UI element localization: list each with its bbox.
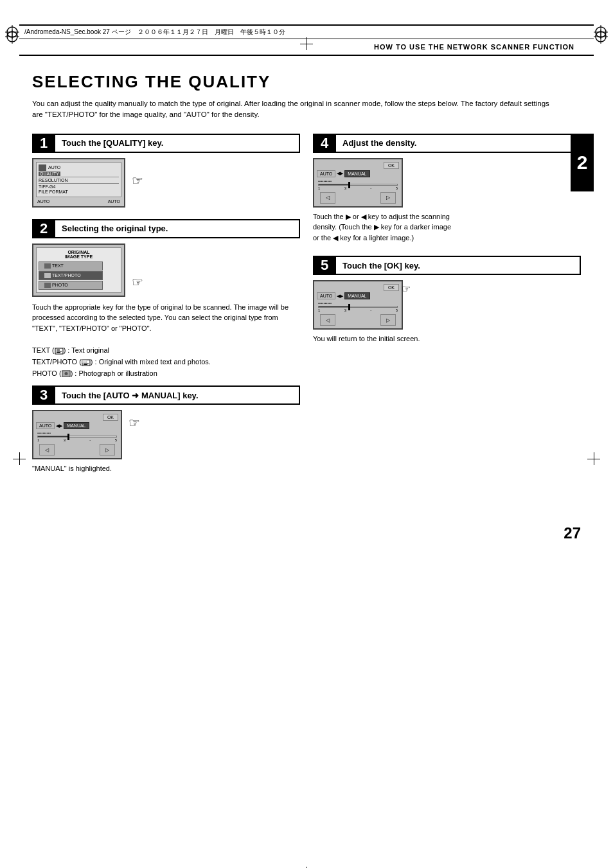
- page-number: 27: [0, 524, 613, 555]
- page-wrapper: /Andromeda-NS_Sec.book 27 ページ ２００６年１１月２７…: [0, 24, 613, 868]
- step5-density-track: [318, 306, 398, 308]
- step4-ok-btn[interactable]: OK: [384, 162, 399, 169]
- note-line3: PHOTO () : Photograph or illustration: [32, 368, 300, 380]
- top-bar-filename: /Andromeda-NS_Sec.book 27 ページ ２００６年１１月２７…: [24, 28, 285, 37]
- step3-ok-btn[interactable]: OK: [103, 414, 118, 421]
- main-content: SELECTING THE QUALITY You can adjust the…: [0, 56, 613, 499]
- step-2-number: 2: [32, 219, 55, 238]
- step3-auto-btn[interactable]: AUTO: [36, 422, 55, 429]
- step-5-number: 5: [313, 256, 336, 275]
- step-1-screen: AUTO QUALITY RESOLUTION: [36, 162, 121, 197]
- reg-mark-right-bar: [594, 25, 608, 39]
- step4-lighter-btn[interactable]: ◁: [320, 192, 335, 204]
- step-2-ui-mockup: ORIGINALIMAGE TYPE TEXT TEXT/PHOTO: [32, 244, 125, 297]
- step-3-header: 3 Touch the [AUTO ➜ MANUAL] key.: [32, 385, 300, 405]
- step5-ok-btn[interactable]: OK: [384, 284, 399, 291]
- step-2-title: Selecting the original type.: [55, 219, 300, 238]
- step-3-title: Touch the [AUTO ➜ MANUAL] key.: [55, 385, 300, 405]
- step-4-description: Touch the ▶ or ◀ key to adjust the scann…: [313, 211, 454, 244]
- step3-darker-btn[interactable]: ▷: [100, 444, 115, 456]
- step-1-ui-mockup: AUTO QUALITY RESOLUTION: [32, 158, 125, 208]
- step-4-block: 4 Adjust the density. OK AUTO ◀▶: [313, 134, 581, 244]
- step-5-description: You will return to the initial screen.: [313, 333, 454, 344]
- step-2-content: ORIGINALIMAGE TYPE TEXT TEXT/PHOTO: [32, 244, 300, 297]
- step-3-content: OK AUTO ◀▶ MANUAL ••••••••••: [32, 410, 300, 459]
- svg-point-28: [64, 372, 67, 375]
- col-right: 2 4 Adjust the density. OK: [313, 134, 581, 486]
- step2-photo-icon: [44, 283, 51, 288]
- step-1-number: 1: [32, 134, 55, 153]
- step5-auto-btn[interactable]: AUTO: [317, 292, 335, 299]
- step-4-ui-mockup: OK AUTO ◀▶ MANUAL ••••••••••: [313, 158, 403, 208]
- note-line1: TEXT () : Text original: [32, 345, 300, 357]
- intro-text: You can adjust the quality manually to m…: [32, 98, 559, 121]
- step-1-block: 1 Touch the [QUALITY] key. AUTO: [32, 134, 300, 208]
- step3-density-track: [37, 436, 117, 438]
- svg-rect-20: [57, 351, 62, 351]
- step-2-header: 2 Selecting the original type.: [32, 219, 300, 238]
- step-5-title: Touch the [OK] key.: [336, 256, 581, 275]
- step-1-header: 1 Touch the [QUALITY] key.: [32, 134, 300, 153]
- reg-mark-right: [587, 452, 600, 465]
- step4-auto-btn[interactable]: AUTO: [317, 170, 335, 177]
- step-2-description: Touch the appropriate key for the type o…: [32, 302, 300, 334]
- step4-density-track: [318, 184, 398, 186]
- reg-mark-top: [300, 37, 313, 50]
- step-2-block: 2 Selecting the original type. ORIGINALI…: [32, 219, 300, 334]
- step-5-header: 5 Touch the [OK] key.: [313, 256, 581, 275]
- step2-photo-btn[interactable]: PHOTO: [39, 281, 103, 290]
- step-1-cursor: ☞: [132, 174, 143, 187]
- svg-rect-24: [84, 363, 89, 364]
- step3-lighter-btn[interactable]: ◁: [39, 444, 55, 456]
- step5-lighter-btn[interactable]: ◁: [320, 314, 335, 326]
- svg-rect-23: [82, 360, 87, 363]
- step3-manual-btn[interactable]: MANUAL: [64, 422, 89, 429]
- notes-area: TEXT () : Text original TEXT/PHOTO () : …: [32, 345, 300, 379]
- step1-icon1: [39, 164, 46, 171]
- step-4-title: Adjust the density.: [336, 134, 581, 153]
- svg-rect-19: [57, 350, 60, 351]
- step-3-block: 3 Touch the [AUTO ➜ MANUAL] key. OK AUTO…: [32, 385, 300, 474]
- col-left: 1 Touch the [QUALITY] key. AUTO: [32, 134, 300, 486]
- reg-mark-left: [13, 452, 26, 465]
- step-4-header: 4 Adjust the density.: [313, 134, 581, 153]
- step-3-cursor: ☞: [129, 416, 140, 429]
- step-3-number: 3: [32, 385, 55, 405]
- svg-rect-21: [57, 352, 60, 353]
- reg-mark-left-bar: [5, 25, 19, 39]
- step-5-cursor: ☞: [402, 283, 411, 295]
- svg-rect-25: [84, 364, 87, 365]
- section-badge: 2: [571, 134, 594, 191]
- step4-darker-btn[interactable]: ▷: [380, 192, 396, 204]
- step-2-cursor: ☞: [132, 276, 143, 288]
- step2-textphoto-icon: [44, 273, 51, 278]
- step-3-ui-mockup: OK AUTO ◀▶ MANUAL ••••••••••: [32, 410, 122, 459]
- step-1-title: Touch the [QUALITY] key.: [55, 134, 300, 153]
- step-2-screen: ORIGINALIMAGE TYPE TEXT TEXT/PHOTO: [36, 247, 121, 293]
- step5-manual-btn[interactable]: MANUAL: [344, 292, 369, 299]
- page-title: SELECTING THE QUALITY: [32, 72, 581, 92]
- step2-textphoto-btn[interactable]: TEXT/PHOTO: [39, 271, 103, 280]
- step-4-content: OK AUTO ◀▶ MANUAL ••••••••••: [313, 158, 581, 208]
- step-4-number: 4: [313, 134, 336, 153]
- note-line2: TEXT/PHOTO () : Original with mixed text…: [32, 357, 300, 368]
- step5-darker-btn[interactable]: ▷: [380, 314, 396, 326]
- step-5-block: 5 Touch the [OK] key. OK ☞: [313, 256, 581, 344]
- step4-manual-btn[interactable]: MANUAL: [344, 170, 369, 177]
- step-3-description: "MANUAL" is highlighted.: [32, 463, 300, 474]
- step2-text-icon: [44, 263, 51, 269]
- top-metadata-bar: /Andromeda-NS_Sec.book 27 ページ ２００６年１１月２７…: [19, 24, 594, 39]
- step-5-content: OK ☞ AUTO ◀▶ MANUAL ••••••••••: [313, 280, 581, 330]
- step-5-ui-mockup: OK ☞ AUTO ◀▶ MANUAL ••••••••••: [313, 280, 403, 330]
- step2-text-btn[interactable]: TEXT: [39, 261, 103, 270]
- step-1-content: AUTO QUALITY RESOLUTION: [32, 158, 300, 208]
